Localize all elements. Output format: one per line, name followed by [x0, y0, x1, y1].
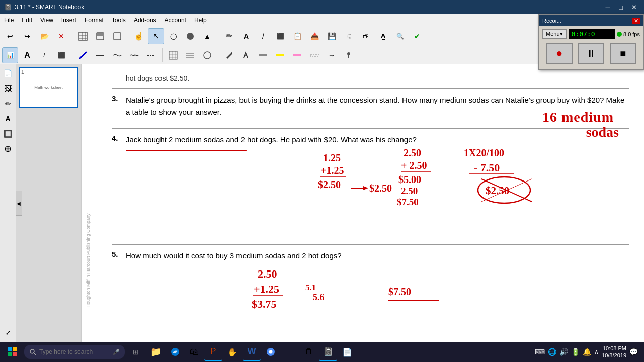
- battery-icon[interactable]: 🔋: [571, 348, 580, 356]
- print-button[interactable]: 🖨: [341, 28, 357, 44]
- menu-help[interactable]: Help: [190, 14, 211, 26]
- sidebar-expand-icon[interactable]: ⤢: [1, 326, 15, 340]
- circle-draw-button[interactable]: [199, 47, 215, 63]
- textformat-button[interactable]: A̲: [375, 28, 391, 44]
- sidebar-pen-icon[interactable]: ✏: [1, 97, 15, 111]
- keyboard-icon[interactable]: ⌨: [535, 348, 545, 356]
- select-tool-button[interactable]: ↖: [148, 28, 164, 44]
- line-button[interactable]: /: [255, 28, 271, 44]
- chart-button[interactable]: 📊: [2, 47, 18, 63]
- taskbar-search[interactable]: 🎤: [24, 345, 125, 359]
- page-thumb-1[interactable]: 1 Math worksheet: [19, 67, 78, 108]
- taskbar-edge[interactable]: [166, 343, 184, 361]
- fill-button[interactable]: ▲: [199, 28, 215, 44]
- system-tray: ⌨ 🌐 🔊 🔋 🔔 ∧ 10:08 PM 10/8/2019 💬: [531, 345, 642, 359]
- shape-button[interactable]: [182, 28, 198, 44]
- menu-view[interactable]: View: [36, 14, 57, 26]
- pen-blue-button[interactable]: [75, 47, 91, 63]
- panel-collapse-btn[interactable]: ◀: [16, 191, 22, 216]
- eraser2-button[interactable]: ⬛: [53, 47, 69, 63]
- circle-select-button[interactable]: ◯: [165, 28, 181, 44]
- line-wave2-button[interactable]: [126, 47, 142, 63]
- menu-edit[interactable]: Edit: [18, 14, 36, 26]
- recorder-minimize-btn[interactable]: ─: [627, 18, 631, 24]
- menu-format[interactable]: Format: [80, 14, 108, 26]
- recorder-close-btn[interactable]: ✕: [632, 18, 640, 24]
- marker-yellow-button[interactable]: [272, 47, 288, 63]
- check-button[interactable]: ✔: [409, 28, 425, 44]
- start-button[interactable]: [2, 342, 22, 362]
- minimize-button[interactable]: ─: [602, 2, 614, 12]
- calligraphy-button[interactable]: [238, 47, 254, 63]
- table-button[interactable]: [75, 28, 91, 44]
- eraser-button[interactable]: ⬛: [272, 28, 288, 44]
- volume-icon[interactable]: 🔊: [559, 348, 568, 356]
- taskbar-chrome[interactable]: [262, 343, 280, 361]
- thin-pen-button[interactable]: [221, 47, 237, 63]
- taskbar-store[interactable]: 🛍: [185, 343, 203, 361]
- save-button[interactable]: 💾: [324, 28, 340, 44]
- line-wave1-button[interactable]: [109, 47, 125, 63]
- taskbar-app7[interactable]: 🖥: [281, 343, 299, 361]
- stop-button[interactable]: ■: [610, 43, 636, 64]
- sidebar-plus-icon[interactable]: ⊕: [1, 142, 15, 156]
- marker-dashed-button[interactable]: [306, 47, 323, 63]
- arrow-right-button[interactable]: →: [324, 47, 340, 63]
- maximize-button[interactable]: □: [615, 2, 627, 12]
- dot-down-button[interactable]: [341, 47, 357, 63]
- open-button[interactable]: 📂: [36, 28, 52, 44]
- taskbar-search-input[interactable]: [39, 348, 110, 355]
- menu-tools[interactable]: Tools: [108, 14, 130, 26]
- close-button[interactable]: ✕: [628, 2, 640, 12]
- magic-pen-button[interactable]: [109, 28, 125, 44]
- screen-shade-button[interactable]: [92, 28, 108, 44]
- marker-pink-button[interactable]: [289, 47, 305, 63]
- svg-text:1.25: 1.25: [323, 152, 341, 163]
- menu-file[interactable]: File: [0, 14, 18, 26]
- pause-button[interactable]: ⏸: [578, 43, 604, 64]
- window-button[interactable]: 🗗: [358, 28, 374, 44]
- sidebar-shape-icon[interactable]: 🔲: [1, 127, 15, 141]
- menu-account[interactable]: Account: [160, 14, 190, 26]
- sidebar-page-icon[interactable]: 📄: [1, 66, 15, 80]
- line-draw-button[interactable]: /: [36, 47, 52, 63]
- taskbar-file-explorer[interactable]: 📁: [147, 343, 165, 361]
- taskbar-notebook[interactable]: 📓: [319, 343, 337, 361]
- redo-button[interactable]: ↪: [19, 28, 35, 44]
- chevron-up-icon[interactable]: ∧: [594, 348, 599, 355]
- task-view-button[interactable]: ⊞: [127, 343, 145, 361]
- line-dash-button[interactable]: [143, 47, 159, 63]
- q5-annotations-svg: 2.50 +1.25 $3.75 5.6 5.1 $7.50: [212, 260, 464, 340]
- sidebar-text-icon[interactable]: A: [1, 112, 15, 126]
- sidebar-image-icon[interactable]: 🖼: [1, 81, 15, 96]
- clipboard-button[interactable]: 📋: [289, 28, 305, 44]
- menu-addons[interactable]: Add-ons: [130, 14, 160, 26]
- taskbar-word[interactable]: W: [243, 343, 261, 361]
- text-large-button[interactable]: A: [19, 47, 35, 63]
- taskbar-app8[interactable]: 🗒: [300, 343, 318, 361]
- recorder-title: Recor...: [542, 18, 561, 24]
- close-file-button[interactable]: ✕: [53, 28, 69, 44]
- content-area[interactable]: Houghton Mifflin Harcourt Publishing Com…: [82, 64, 644, 342]
- taskbar-smartboard[interactable]: ✋: [223, 343, 242, 361]
- taskbar-pdf[interactable]: 📄: [338, 343, 356, 361]
- undo-button[interactable]: ↩: [2, 28, 18, 44]
- q5-num: 5.: [112, 250, 126, 262]
- record-button[interactable]: ●: [546, 43, 573, 64]
- export-button[interactable]: 📤: [306, 28, 323, 44]
- notification-icon[interactable]: 🔔: [583, 348, 591, 356]
- pen-button[interactable]: ✏: [221, 28, 237, 44]
- text-button[interactable]: A: [238, 28, 254, 44]
- taskbar-powerpoint[interactable]: P: [204, 343, 222, 361]
- line-straight-button[interactable]: [92, 47, 108, 63]
- marker-gray-button[interactable]: [255, 47, 271, 63]
- grid-button[interactable]: [165, 47, 181, 63]
- lines-button[interactable]: [182, 47, 198, 63]
- finger-tool-button[interactable]: ☝: [131, 28, 147, 44]
- system-clock[interactable]: 10:08 PM 10/8/2019: [602, 345, 626, 359]
- menu-insert[interactable]: Insert: [57, 14, 80, 26]
- action-center-icon[interactable]: 💬: [629, 348, 638, 356]
- network-icon[interactable]: 🌐: [548, 348, 556, 356]
- recorder-menu-btn[interactable]: Menu▾: [542, 29, 567, 39]
- zoom-button[interactable]: 🔍: [392, 28, 408, 44]
